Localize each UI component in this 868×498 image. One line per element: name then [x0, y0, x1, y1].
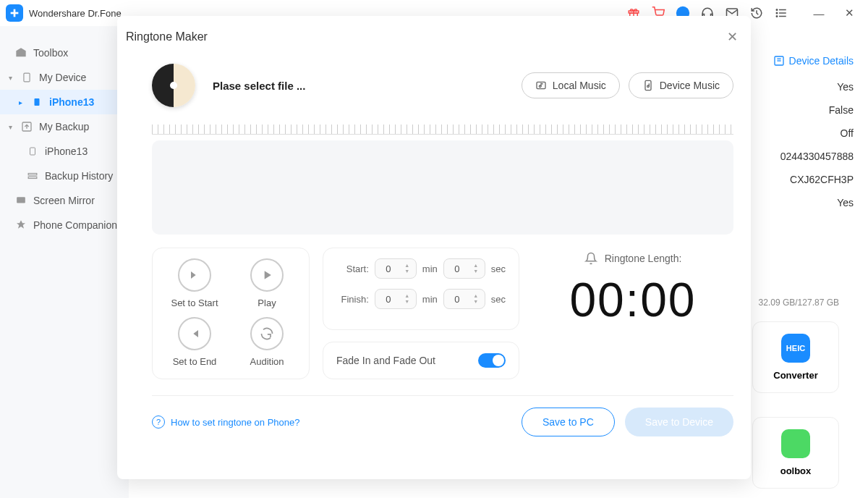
svg-point-13: [776, 16, 778, 17]
chevron-right-icon: ▸: [19, 98, 27, 106]
finish-min-stepper[interactable]: ▲▼: [375, 289, 417, 309]
close-button[interactable]: ✕: [842, 6, 856, 20]
disc-icon: [152, 64, 195, 107]
play-button[interactable]: Play: [238, 258, 296, 310]
select-file-label: Plase select file ...: [213, 80, 522, 92]
waveform-area[interactable]: [152, 140, 733, 235]
sidebar-item-screen-mirror[interactable]: Screen Mirror: [0, 188, 129, 213]
detail-value: False: [773, 104, 854, 116]
device-icon: [20, 71, 33, 84]
start-label: Start:: [337, 263, 369, 274]
list-icon[interactable]: [774, 6, 788, 20]
bell-icon: [584, 252, 597, 265]
sidebar-label: Toolbox: [33, 47, 68, 59]
sidebar-item-toolbox[interactable]: Toolbox: [0, 41, 129, 65]
device-details-link[interactable]: Device Details: [773, 55, 854, 67]
history-icon[interactable]: [749, 6, 764, 20]
minimize-button[interactable]: —: [812, 6, 826, 20]
app-logo: [6, 4, 23, 22]
save-to-device-button[interactable]: Save to Device: [625, 408, 733, 436]
tile-label: Converter: [765, 370, 827, 381]
device-music-button[interactable]: Device Music: [629, 72, 733, 98]
svg-rect-14: [24, 73, 30, 82]
toolbox-tile-icon: [781, 429, 810, 458]
svg-rect-19: [28, 177, 37, 178]
fade-label: Fade In and Fade Out: [336, 355, 435, 366]
detail-value: CXJ62CFH3P: [773, 174, 854, 185]
phone-icon: [26, 145, 39, 158]
question-icon: ?: [152, 415, 165, 429]
detail-value: Yes: [773, 197, 854, 208]
screen-icon: [14, 194, 27, 207]
companion-icon: [14, 219, 27, 232]
svg-point-11: [776, 9, 778, 11]
app-title: Wondershare Dr.Fone: [29, 8, 122, 19]
start-sec-stepper[interactable]: ▲▼: [443, 258, 485, 279]
toolbox-icon: [14, 46, 27, 59]
playback-controls: Set to Start Play Set to End Audition: [152, 248, 310, 379]
finish-label: Finish:: [337, 294, 369, 305]
svg-rect-18: [28, 174, 37, 175]
ringtone-length-value: 00:00: [569, 272, 696, 327]
sidebar-label: Screen Mirror: [33, 195, 95, 206]
ringtone-length-panel: Ringtone Length: 00:00: [532, 248, 733, 379]
start-min-stepper[interactable]: ▲▼: [375, 258, 417, 279]
sidebar-label: iPhone13: [45, 145, 88, 157]
save-to-pc-button[interactable]: Save to PC: [522, 408, 615, 436]
sidebar: Toolbox ▾ My Device ▸ iPhone13 ▾ My Back…: [0, 26, 129, 498]
help-link[interactable]: ? How to set ringtone on Phone?: [152, 415, 300, 429]
divider: [152, 395, 733, 396]
music-icon: [535, 80, 547, 91]
tile-toolbox[interactable]: oolbox: [752, 417, 839, 489]
modal-title: Ringtone Maker: [126, 30, 733, 43]
finish-sec-stepper[interactable]: ▲▼: [443, 289, 485, 309]
local-music-button[interactable]: Local Music: [522, 72, 620, 98]
chevron-down-icon: ▾: [9, 74, 17, 82]
svg-rect-17: [30, 148, 35, 155]
device-music-icon: [642, 80, 654, 91]
heic-icon: HEIC: [781, 334, 810, 363]
phone-icon: [30, 96, 43, 109]
sidebar-item-mydevice[interactable]: ▾ My Device: [0, 65, 129, 90]
svg-rect-15: [35, 98, 40, 106]
sidebar-label: Backup History: [45, 170, 113, 182]
sidebar-label: My Backup: [39, 121, 89, 132]
sidebar-item-backup-iphone13[interactable]: iPhone13: [0, 139, 129, 164]
sidebar-label: iPhone13: [49, 96, 94, 108]
backup-icon: [20, 120, 33, 133]
storage-text: 32.09 GB/127.87 GB: [759, 297, 839, 308]
timeline-ruler[interactable]: [152, 124, 733, 135]
tile-label: oolbox: [765, 465, 827, 476]
sidebar-item-phone-companion[interactable]: Phone Companion: [0, 213, 129, 237]
sidebar-item-iphone13[interactable]: ▸ iPhone13: [0, 90, 129, 114]
history-icon: [26, 169, 39, 182]
sidebar-label: Phone Companion: [33, 219, 117, 231]
svg-point-12: [776, 12, 778, 14]
chevron-down-icon: ▾: [9, 123, 17, 131]
close-icon[interactable]: ✕: [727, 29, 738, 45]
svg-rect-1: [11, 12, 19, 14]
detail-value: Yes: [773, 81, 854, 93]
sidebar-label: My Device: [39, 72, 86, 83]
detail-value: Off: [773, 127, 854, 139]
set-end-button[interactable]: Set to End: [166, 317, 224, 368]
set-start-button[interactable]: Set to Start: [166, 258, 224, 310]
svg-rect-20: [17, 197, 25, 203]
tile-heic-converter[interactable]: HEIC Converter: [752, 321, 839, 393]
detail-value: 0244330457888: [773, 151, 854, 162]
sidebar-item-backup-history[interactable]: Backup History: [0, 164, 129, 188]
fade-toggle-row: Fade In and Fade Out: [323, 342, 519, 379]
ringtone-maker-modal: ✕ Ringtone Maker Plase select file ... L…: [117, 16, 751, 479]
sidebar-item-mybackup[interactable]: ▾ My Backup: [0, 114, 129, 139]
fade-toggle[interactable]: [478, 353, 506, 368]
audition-button[interactable]: Audition: [238, 317, 296, 368]
time-controls: Start: ▲▼ min ▲▼ sec Finish: ▲▼ min ▲▼ s…: [323, 248, 519, 330]
